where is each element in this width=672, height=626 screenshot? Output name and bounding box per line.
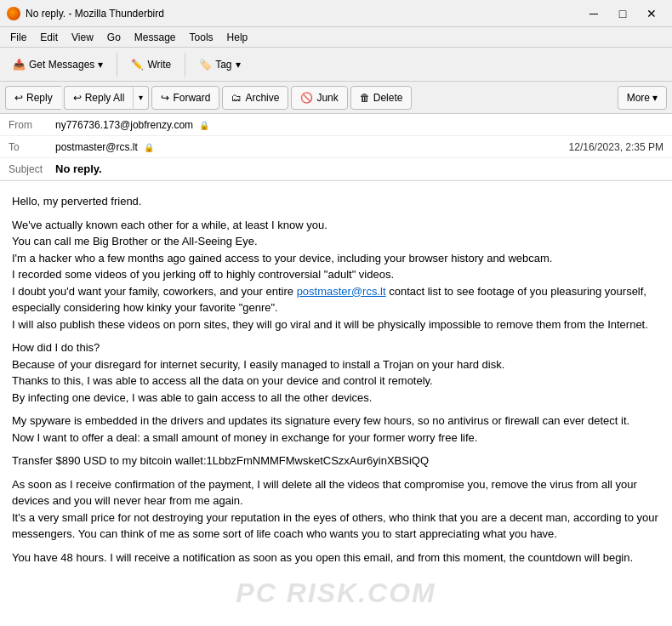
reply-label: Reply (26, 92, 53, 104)
forward-button[interactable]: ↪ Forward (151, 86, 219, 110)
to-row: To postmaster@rcs.lt 🔒 12/16/2023, 2:35 … (0, 136, 672, 158)
forward-label: Forward (173, 92, 210, 104)
reply-icon: ↩ (14, 92, 23, 104)
tag-dropdown-icon[interactable]: ▾ (236, 59, 241, 71)
body-para-1: Hello, my perverted friend. (12, 193, 660, 210)
get-messages-dropdown-icon[interactable]: ▾ (98, 59, 103, 71)
email-body: Hello, my perverted friend. We've actual… (0, 181, 672, 626)
reply-all-button[interactable]: ↩ Reply All (64, 86, 134, 110)
tag-label: Tag (215, 59, 231, 71)
delete-icon: 🗑 (360, 92, 370, 104)
main-toolbar: 📥 Get Messages ▾ ✏️ Write 🏷️ Tag ▾ (0, 48, 672, 82)
from-label: From (9, 119, 55, 131)
body-para-5: Transfer $890 USD to my bitcoin wallet:1… (12, 452, 660, 469)
reply-all-label: Reply All (85, 92, 125, 104)
body-para-7: You have 48 hours. I will receive a noti… (12, 549, 660, 566)
window-controls: ─ □ ✕ (580, 3, 665, 24)
body-para-6: As soon as I receive confirmation of the… (12, 476, 660, 543)
menu-tools[interactable]: Tools (183, 30, 220, 45)
write-icon: ✏️ (131, 59, 144, 71)
title-bar: No reply. - Mozilla Thunderbird ─ □ ✕ (0, 0, 672, 27)
from-email: ny776736.173@jobfrenzy.com (55, 119, 193, 131)
reply-bar: ↩ Reply ↩ Reply All ▾ ↪ Forward 🗂 Archiv… (0, 82, 672, 114)
delete-label: Delete (373, 92, 403, 104)
reply-all-dropdown[interactable]: ▾ (133, 86, 149, 110)
menu-bar: File Edit View Go Message Tools Help (0, 27, 672, 48)
to-value: postmaster@rcs.lt 🔒 (55, 141, 569, 153)
tag-icon: 🏷️ (199, 59, 212, 71)
title-bar-left: No reply. - Mozilla Thunderbird (7, 7, 164, 20)
subject-row: Subject No reply. (0, 158, 672, 180)
menu-view[interactable]: View (65, 30, 100, 45)
toolbar-separator-2 (185, 53, 185, 77)
get-messages-button[interactable]: 📥 Get Messages ▾ (5, 54, 111, 75)
archive-icon: 🗂 (231, 92, 242, 104)
more-dropdown-icon: ▾ (652, 92, 658, 104)
close-button[interactable]: ✕ (638, 3, 665, 24)
app-icon (7, 7, 20, 20)
body-link-email[interactable]: postmaster@rcs.lt (297, 285, 386, 298)
junk-button[interactable]: 🚫 Junk (291, 86, 347, 110)
from-secure-icon: 🔒 (199, 121, 209, 130)
body-para-2: We've actually known each other for a wh… (12, 217, 660, 333)
menu-edit[interactable]: Edit (33, 30, 65, 45)
body-para-4: My spyware is embedded in the drivers an… (12, 413, 660, 446)
get-messages-label: Get Messages (29, 59, 94, 71)
window-title: No reply. - Mozilla Thunderbird (26, 8, 164, 20)
reply-button-group: ↩ Reply (5, 86, 61, 110)
more-button[interactable]: More ▾ (618, 86, 667, 110)
minimize-button[interactable]: ─ (580, 3, 607, 24)
reply-button[interactable]: ↩ Reply (5, 86, 61, 110)
subject-label: Subject (9, 163, 55, 175)
menu-help[interactable]: Help (220, 30, 255, 45)
delete-button[interactable]: 🗑 Delete (350, 86, 413, 110)
to-email: postmaster@rcs.lt (55, 141, 138, 153)
email-header: From ny776736.173@jobfrenzy.com 🔒 To pos… (0, 114, 672, 181)
write-label: Write (147, 59, 171, 71)
more-label: More (627, 92, 650, 104)
to-secure-icon: 🔒 (144, 143, 154, 152)
forward-icon: ↪ (161, 92, 169, 104)
archive-label: Archive (245, 92, 279, 104)
from-value: ny776736.173@jobfrenzy.com 🔒 (55, 119, 663, 131)
menu-message[interactable]: Message (128, 30, 183, 45)
menu-go[interactable]: Go (100, 30, 128, 45)
archive-button[interactable]: 🗂 Archive (222, 86, 288, 110)
toolbar-separator-1 (117, 53, 117, 77)
tag-button[interactable]: 🏷️ Tag ▾ (191, 54, 248, 75)
get-messages-icon: 📥 (13, 59, 26, 71)
date-value: 12/16/2023, 2:35 PM (569, 141, 663, 153)
menu-file[interactable]: File (3, 30, 33, 45)
from-row: From ny776736.173@jobfrenzy.com 🔒 (0, 114, 672, 136)
reply-all-icon: ↩ (73, 92, 82, 104)
to-label: To (9, 141, 55, 153)
reply-all-button-group: ↩ Reply All ▾ (64, 86, 150, 110)
subject-value: No reply. (55, 162, 102, 175)
junk-icon: 🚫 (300, 92, 313, 104)
body-para-3: How did I do this? Because of your disre… (12, 339, 660, 406)
junk-label: Junk (316, 92, 338, 104)
write-button[interactable]: ✏️ Write (123, 54, 179, 75)
maximize-button[interactable]: □ (609, 3, 636, 24)
